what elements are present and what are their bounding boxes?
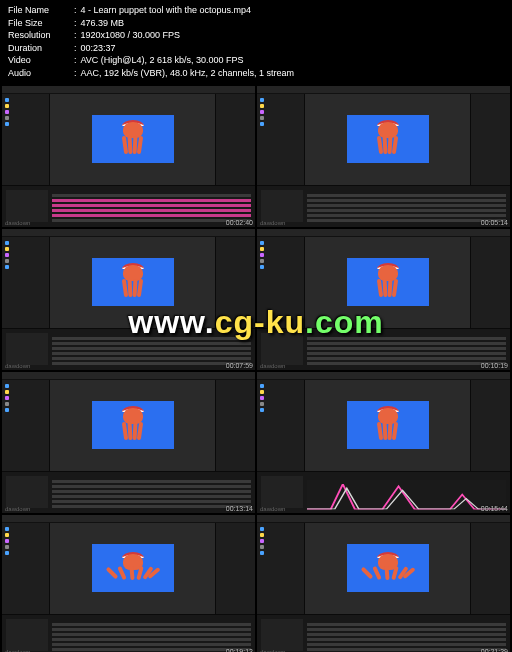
- timestamp-label: 00:07:59: [226, 362, 253, 369]
- app-menubar: [2, 229, 255, 237]
- composition-canvas: [347, 401, 429, 449]
- thumbnail-grid: dawdown 00:02:40: [0, 84, 512, 652]
- meta-label: Resolution: [8, 29, 70, 42]
- composition-viewport: [305, 237, 470, 328]
- meta-value: 476.39 MB: [81, 17, 125, 30]
- composition-viewport: [50, 237, 215, 328]
- timeline-panel: [257, 471, 510, 513]
- video-thumbnail[interactable]: dawdown 00:07:59: [2, 229, 255, 370]
- composition-canvas: [92, 258, 174, 306]
- video-thumbnail[interactable]: dawdown 00:05:14: [257, 86, 510, 227]
- effects-panel: [215, 523, 255, 614]
- app-menubar: [2, 515, 255, 523]
- source-badge: dawdown: [5, 363, 30, 369]
- project-panel: [2, 380, 50, 471]
- source-badge: dawdown: [5, 649, 30, 652]
- effects-panel: [470, 237, 510, 328]
- composition-canvas: [347, 544, 429, 592]
- octopus-icon: [120, 120, 146, 158]
- source-badge: dawdown: [260, 363, 285, 369]
- timestamp-label: 00:15:44: [481, 505, 508, 512]
- timestamp-label: 00:13:14: [226, 505, 253, 512]
- source-badge: dawdown: [260, 649, 285, 652]
- video-thumbnail[interactable]: dawdown 00:21:39: [257, 515, 510, 652]
- meta-value: 1920x1080 / 30.000 FPS: [81, 29, 181, 42]
- meta-value: 4 - Learn puppet tool with the octopus.m…: [81, 4, 252, 17]
- meta-value: 00:23:37: [81, 42, 116, 55]
- octopus-icon: [120, 406, 146, 444]
- effects-panel: [470, 523, 510, 614]
- video-thumbnail[interactable]: dawdown 00:15:44: [257, 372, 510, 513]
- app-menubar: [2, 372, 255, 380]
- video-thumbnail[interactable]: dawdown 00:10:19: [257, 229, 510, 370]
- app-menubar: [257, 372, 510, 380]
- timeline-panel: [2, 328, 255, 370]
- project-panel: [2, 523, 50, 614]
- project-panel: [257, 380, 305, 471]
- timeline-panel: [257, 614, 510, 652]
- source-badge: dawdown: [5, 220, 30, 226]
- video-thumbnail[interactable]: dawdown 00:19:13: [2, 515, 255, 652]
- composition-canvas: [347, 258, 429, 306]
- project-panel: [257, 94, 305, 185]
- project-panel: [257, 523, 305, 614]
- octopus-icon: [108, 552, 158, 584]
- timestamp-label: 00:10:19: [481, 362, 508, 369]
- octopus-icon: [375, 406, 401, 444]
- effects-panel: [215, 94, 255, 185]
- timestamp-label: 00:19:13: [226, 648, 253, 652]
- composition-viewport: [50, 523, 215, 614]
- effects-panel: [470, 94, 510, 185]
- composition-canvas: [92, 401, 174, 449]
- source-badge: dawdown: [5, 506, 30, 512]
- meta-label: Audio: [8, 67, 70, 80]
- composition-canvas: [347, 115, 429, 163]
- effects-panel: [470, 380, 510, 471]
- timeline-panel: [2, 185, 255, 227]
- meta-value: AAC, 192 kb/s (VBR), 48.0 kHz, 2 channel…: [81, 67, 295, 80]
- effects-panel: [215, 380, 255, 471]
- composition-viewport: [50, 380, 215, 471]
- app-menubar: [257, 229, 510, 237]
- composition-canvas: [92, 115, 174, 163]
- composition-viewport: [305, 523, 470, 614]
- app-menubar: [2, 86, 255, 94]
- composition-viewport: [305, 380, 470, 471]
- meta-label: File Size: [8, 17, 70, 30]
- project-panel: [257, 237, 305, 328]
- timeline-panel: [2, 614, 255, 652]
- timeline-panel: [2, 471, 255, 513]
- graph-editor: [307, 480, 506, 511]
- composition-viewport: [50, 94, 215, 185]
- video-thumbnail[interactable]: dawdown 00:13:14: [2, 372, 255, 513]
- octopus-icon: [375, 263, 401, 301]
- meta-label: Video: [8, 54, 70, 67]
- meta-value: AVC (High@L4), 2 618 kb/s, 30.000 FPS: [81, 54, 244, 67]
- timestamp-label: 00:21:39: [481, 648, 508, 652]
- timestamp-label: 00:05:14: [481, 219, 508, 226]
- source-badge: dawdown: [260, 506, 285, 512]
- effects-panel: [215, 237, 255, 328]
- timeline-panel: [257, 185, 510, 227]
- composition-viewport: [305, 94, 470, 185]
- composition-canvas: [92, 544, 174, 592]
- app-menubar: [257, 86, 510, 94]
- timeline-panel: [257, 328, 510, 370]
- project-panel: [2, 94, 50, 185]
- file-info-header: File Name:4 - Learn puppet tool with the…: [0, 0, 512, 84]
- app-menubar: [257, 515, 510, 523]
- project-panel: [2, 237, 50, 328]
- meta-label: File Name: [8, 4, 70, 17]
- meta-label: Duration: [8, 42, 70, 55]
- video-thumbnail[interactable]: dawdown 00:02:40: [2, 86, 255, 227]
- octopus-icon: [363, 552, 413, 584]
- timestamp-label: 00:02:40: [226, 219, 253, 226]
- octopus-icon: [120, 263, 146, 301]
- octopus-icon: [375, 120, 401, 158]
- source-badge: dawdown: [260, 220, 285, 226]
